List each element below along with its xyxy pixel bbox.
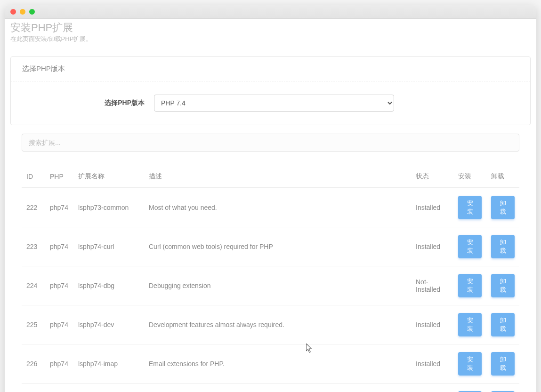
header-desc: 描述 [144, 166, 411, 188]
cell-php: php74 [45, 305, 73, 344]
cell-state: Installed [411, 344, 453, 384]
window-minimize-button[interactable] [20, 9, 25, 15]
cell-state: Installed [411, 305, 453, 344]
page-title: 安装PHP扩展 [10, 21, 531, 35]
header-install: 安装 [453, 166, 486, 188]
table-row: 223php74lsphp74-curlCurl (common web too… [22, 227, 519, 266]
install-button[interactable]: 安装 [458, 235, 482, 258]
cell-desc: Email extensions for PHP. [144, 344, 411, 384]
php-version-label: 选择PHP版本 [22, 99, 145, 107]
cell-name: lsphp74-dev [73, 305, 144, 344]
table-row: 224php74lsphp74-dbgDebugging extensionNo… [22, 266, 519, 305]
header-php: PHP [45, 166, 73, 188]
uninstall-button[interactable]: 卸载 [491, 313, 515, 336]
cell-desc: Curl (common web tools) required for PHP [144, 227, 411, 266]
install-button[interactable]: 安装 [458, 352, 482, 376]
page-content: 安装PHP扩展 在此页面安装/卸载PHP扩展。 选择PHP版本 选择PHP版本 … [5, 19, 536, 392]
cell-uninstall: 卸载 [486, 384, 519, 392]
uninstall-button[interactable]: 卸载 [491, 274, 515, 297]
cell-state: Installed [411, 384, 453, 392]
php-version-row: 选择PHP版本 PHP 7.4 [22, 95, 519, 112]
cell-install: 安装 [453, 384, 486, 392]
table-row: 225php74lsphp74-devDevelopment features … [22, 305, 519, 344]
header-state: 状态 [411, 166, 453, 188]
cell-uninstall: 卸载 [486, 266, 519, 305]
cell-install: 安装 [453, 227, 486, 266]
table-row: 226php74lsphp74-imapEmail extensions for… [22, 344, 519, 384]
cell-uninstall: 卸载 [486, 227, 519, 266]
cell-name: lsphp74-intl [73, 384, 144, 392]
php-version-panel: 选择PHP版本 选择PHP版本 PHP 7.4 [10, 56, 531, 125]
cell-id: 226 [22, 344, 45, 384]
header-name: 扩展名称 [73, 166, 144, 188]
cell-id: 222 [22, 188, 45, 227]
cell-php: php74 [45, 344, 73, 384]
cell-desc: Debugging extension [144, 266, 411, 305]
uninstall-button[interactable]: 卸载 [491, 352, 515, 376]
cell-uninstall: 卸载 [486, 305, 519, 344]
search-wrap [10, 134, 531, 152]
cell-desc: Development features almost always requi… [144, 305, 411, 344]
cell-state: Installed [411, 188, 453, 227]
install-button[interactable]: 安装 [458, 274, 482, 297]
cell-state: Not-Installed [411, 266, 453, 305]
cell-php: php74 [45, 384, 73, 392]
cell-uninstall: 卸载 [486, 344, 519, 384]
cell-id: 225 [22, 305, 45, 344]
panel-heading: 选择PHP版本 [11, 57, 530, 81]
cell-desc: Extensions for countries other than the … [144, 384, 411, 392]
window-close-button[interactable] [10, 9, 16, 15]
cell-id: 227 [22, 384, 45, 392]
window-zoom-button[interactable] [29, 9, 35, 15]
uninstall-button[interactable]: 卸载 [491, 196, 515, 219]
cell-php: php74 [45, 188, 73, 227]
search-input[interactable] [22, 134, 519, 152]
cell-php: php74 [45, 227, 73, 266]
table-row: 222php74lsphp73-commonMost of what you n… [22, 188, 519, 227]
header-uninstall: 卸载 [486, 166, 519, 188]
header-id: ID [22, 166, 45, 188]
extensions-table-wrap: ID PHP 扩展名称 描述 状态 安装 卸载 222php74lsphp73-… [10, 166, 531, 392]
page-subtitle: 在此页面安装/卸载PHP扩展。 [10, 35, 531, 43]
cell-id: 223 [22, 227, 45, 266]
table-header-row: ID PHP 扩展名称 描述 状态 安装 卸载 [22, 166, 519, 188]
cell-name: lsphp74-curl [73, 227, 144, 266]
cell-uninstall: 卸载 [486, 188, 519, 227]
table-row: 227php74lsphp74-intlExtensions for count… [22, 384, 519, 392]
install-button[interactable]: 安装 [458, 313, 482, 336]
page-header: 安装PHP扩展 在此页面安装/卸载PHP扩展。 [5, 19, 536, 49]
app-window: 安装PHP扩展 在此页面安装/卸载PHP扩展。 选择PHP版本 选择PHP版本 … [5, 5, 536, 392]
cell-php: php74 [45, 266, 73, 305]
cell-name: lsphp73-common [73, 188, 144, 227]
cell-name: lsphp74-dbg [73, 266, 144, 305]
uninstall-button[interactable]: 卸载 [491, 235, 515, 258]
cell-install: 安装 [453, 305, 486, 344]
cell-install: 安装 [453, 344, 486, 384]
extensions-table: ID PHP 扩展名称 描述 状态 安装 卸载 222php74lsphp73-… [22, 166, 519, 392]
cell-id: 224 [22, 266, 45, 305]
cell-name: lsphp74-imap [73, 344, 144, 384]
panel-body: 选择PHP版本 PHP 7.4 [11, 81, 530, 125]
cell-install: 安装 [453, 188, 486, 227]
cell-state: Installed [411, 227, 453, 266]
php-version-select[interactable]: PHP 7.4 [154, 95, 394, 112]
window-titlebar [5, 5, 536, 19]
install-button[interactable]: 安装 [458, 196, 482, 219]
cell-install: 安装 [453, 266, 486, 305]
cell-desc: Most of what you need. [144, 188, 411, 227]
